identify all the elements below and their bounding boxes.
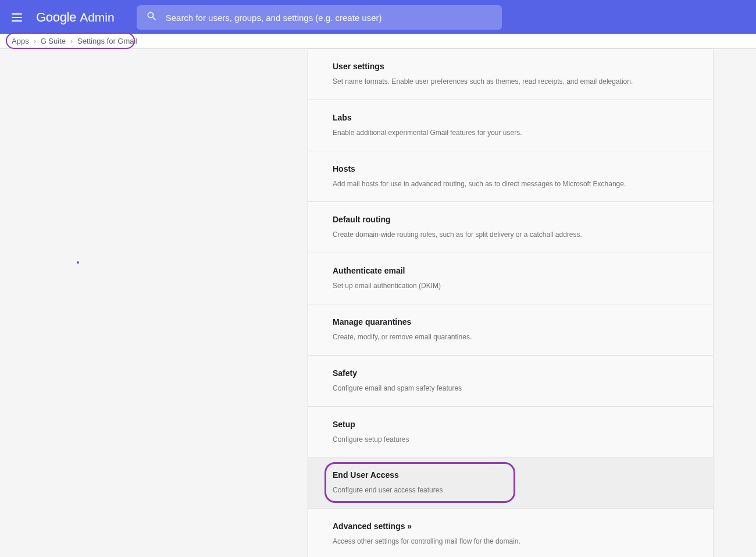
logo-text-google: Google: [36, 10, 76, 25]
settings-item-default-routing[interactable]: Default routing Create domain-wide routi…: [308, 201, 713, 253]
settings-item-title: Default routing: [333, 215, 689, 224]
highlight-ring: [324, 462, 515, 503]
chevron-right-icon: ›: [70, 37, 73, 45]
settings-item-advanced-settings[interactable]: Advanced settings » Access other setting…: [308, 508, 713, 557]
settings-item-title: End User Access: [333, 470, 689, 480]
logo-text-admin: Admin: [80, 10, 115, 24]
chevron-right-icon: ›: [34, 37, 36, 45]
settings-list: User settings Set name formats. Enable u…: [308, 49, 713, 557]
settings-item-desc: Configure setup features: [333, 435, 689, 445]
settings-item-title: Safety: [333, 368, 689, 378]
settings-item-authenticate-email[interactable]: Authenticate email Set up email authenti…: [308, 253, 713, 304]
settings-item-desc: Access other settings for controlling ma…: [333, 537, 689, 547]
breadcrumb-gsuite[interactable]: G Suite: [41, 37, 66, 45]
stray-dot: [77, 261, 79, 264]
settings-item-desc: Add mail hosts for use in advanced routi…: [333, 179, 689, 189]
settings-item-desc: Configure email and spam safety features: [333, 384, 689, 393]
settings-item-title: Authenticate email: [333, 266, 689, 275]
settings-item-title: Labs: [333, 113, 689, 122]
settings-item-manage-quarantines[interactable]: Manage quarantines Create, modify, or re…: [308, 304, 713, 355]
settings-item-setup[interactable]: Setup Configure setup features: [308, 406, 713, 457]
settings-item-title: Manage quarantines: [333, 317, 689, 327]
settings-item-title: Advanced settings »: [333, 521, 689, 531]
settings-item-desc: Set name formats. Enable user preference…: [333, 77, 689, 87]
breadcrumb-apps[interactable]: Apps: [12, 37, 29, 45]
settings-item-safety[interactable]: Safety Configure email and spam safety f…: [308, 355, 713, 406]
breadcrumb-settings-gmail[interactable]: Settings for Gmail: [77, 37, 137, 45]
search-input[interactable]: [166, 13, 493, 23]
settings-item-title: Setup: [333, 420, 689, 429]
settings-item-desc: Create domain-wide routing rules, such a…: [333, 230, 689, 240]
settings-item-labs[interactable]: Labs Enable additional experimental Gmai…: [308, 100, 713, 151]
logo[interactable]: Google Admin: [36, 10, 115, 25]
menu-icon[interactable]: [12, 10, 26, 24]
content-area: User settings Set name formats. Enable u…: [0, 49, 756, 557]
settings-item-hosts[interactable]: Hosts Add mail hosts for use in advanced…: [308, 151, 713, 202]
settings-item-end-user-access[interactable]: End User Access Configure end user acces…: [308, 457, 713, 508]
settings-item-title: User settings: [333, 62, 689, 71]
app-header: Google Admin: [0, 1, 756, 34]
settings-item-desc: Configure end user access features: [333, 485, 689, 495]
settings-item-desc: Create, modify, or remove email quaranti…: [333, 332, 689, 342]
search-icon: [146, 10, 158, 24]
settings-item-title: Hosts: [333, 164, 689, 173]
breadcrumb: Apps › G Suite › Settings for Gmail: [0, 34, 756, 49]
settings-item-desc: Set up email authentication (DKIM): [333, 281, 689, 291]
settings-item-desc: Enable additional experimental Gmail fea…: [333, 128, 689, 138]
settings-item-user-settings[interactable]: User settings Set name formats. Enable u…: [308, 49, 713, 100]
search-box[interactable]: [137, 5, 502, 30]
